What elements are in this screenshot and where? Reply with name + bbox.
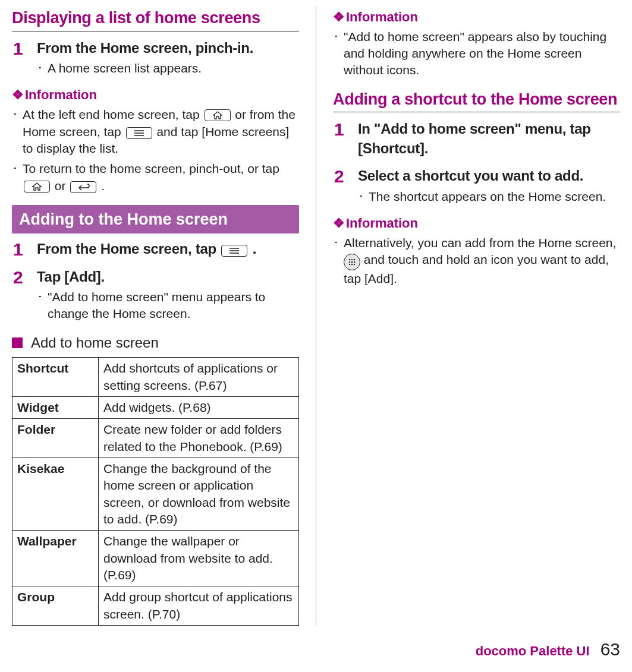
svg-point-6 — [349, 259, 350, 260]
info-item: ･ "Add to home screen" appears also by t… — [333, 29, 620, 79]
table-row: ShortcutAdd shortcuts of applications or… — [12, 358, 299, 397]
table-row: WallpaperChange the wallpaper or downloa… — [12, 531, 299, 586]
table-value: Change the background of the home screen… — [99, 458, 299, 530]
info-text: "Add to home screen" appears also by tou… — [344, 29, 620, 79]
information-heading: Information — [333, 214, 620, 232]
table-value: Add widgets. (P.68) — [99, 396, 299, 418]
sub-heading-add-to-home: Add to home screen — [12, 333, 299, 352]
step-bullet: ･ The shortcut appears on the Home scree… — [358, 188, 620, 205]
step-1-pinch-in: 1 From the Home screen, pinch-in. ･ A ho… — [12, 39, 299, 78]
info-item: ･ Alternatively, you can add from the Ho… — [333, 235, 620, 288]
info-text: To return to the home screen, pinch-out,… — [23, 162, 279, 175]
info-text: and touch and hold an icon you want to a… — [344, 253, 609, 285]
info-text: Alternatively, you can add from the Home… — [344, 236, 616, 250]
table-value: Create new folder or add folders related… — [99, 419, 299, 458]
bullet-dot-icon: ･ — [37, 289, 48, 323]
step-number: 1 — [334, 119, 358, 160]
step-bullet: ･ "Add to home screen" menu appears to c… — [37, 289, 299, 323]
table-key: Folder — [12, 419, 99, 458]
bullet-dot-icon: ･ — [333, 235, 344, 288]
info-item: ･ To return to the home screen, pinch-ou… — [12, 160, 299, 194]
svg-point-9 — [349, 261, 350, 263]
step-title: Select a shortcut you want to add. — [358, 166, 620, 185]
bullet-dot-icon: ･ — [37, 60, 48, 77]
left-column: Displaying a list of home screens 1 From… — [12, 6, 299, 626]
footer-page-number: 63 — [600, 638, 620, 662]
bullet-dot-icon: ･ — [358, 188, 369, 205]
svg-point-10 — [351, 261, 353, 263]
step-title: In "Add to home screen" menu, tap [Short… — [358, 119, 620, 158]
table-key: Group — [12, 586, 99, 626]
home-key-icon — [24, 181, 50, 193]
bullet-dot-icon: ･ — [12, 160, 23, 194]
back-key-icon — [70, 181, 96, 193]
home-key-icon — [205, 109, 231, 121]
info-text: At the left end home screen, tap — [23, 108, 203, 121]
information-heading: Information — [12, 86, 299, 104]
svg-point-12 — [349, 264, 350, 265]
square-bullet-icon — [12, 337, 23, 348]
step-1-tap-shortcut: 1 In "Add to home screen" menu, tap [Sho… — [333, 119, 620, 160]
step-number: 2 — [334, 166, 358, 206]
menu-key-icon — [126, 127, 152, 139]
info-item: ･ At the left end home screen, tap or fr… — [12, 106, 299, 157]
step-title: From the Home screen, tap . — [37, 239, 299, 258]
step-title: Tap [Add]. — [37, 267, 299, 286]
info-text: or — [55, 179, 70, 193]
add-to-home-table: ShortcutAdd shortcuts of applications or… — [12, 357, 299, 626]
table-row: FolderCreate new folder or add folders r… — [12, 419, 299, 458]
information-heading: Information — [333, 8, 620, 26]
menu-key-icon — [221, 245, 247, 257]
svg-point-13 — [351, 264, 353, 265]
step-2-select-shortcut: 2 Select a shortcut you want to add. ･ T… — [333, 166, 620, 206]
right-column: Information ･ "Add to home screen" appea… — [333, 6, 620, 626]
heading-displaying-list: Displaying a list of home screens — [12, 8, 299, 31]
step-1-tap-menu: 1 From the Home screen, tap . — [12, 239, 299, 261]
svg-point-11 — [354, 261, 355, 263]
table-value: Add group shortcut of applications scree… — [99, 586, 299, 626]
step-number: 2 — [13, 267, 37, 324]
table-row: GroupAdd group shortcut of applications … — [12, 586, 299, 626]
step-title: From the Home screen, pinch-in. — [37, 39, 299, 58]
column-divider — [316, 6, 316, 626]
table-key: Wallpaper — [12, 531, 99, 586]
info-text: . — [101, 179, 105, 193]
step-number: 1 — [13, 39, 37, 78]
apps-grid-icon — [344, 254, 360, 270]
page-footer: docomo Palette UI 63 — [12, 638, 620, 662]
step-2-tap-add: 2 Tap [Add]. ･ "Add to home screen" menu… — [12, 267, 299, 324]
table-key: Kisekae — [12, 458, 99, 530]
svg-point-8 — [354, 259, 355, 260]
table-row: WidgetAdd widgets. (P.68) — [12, 396, 299, 418]
table-row: KisekaeChange the background of the home… — [12, 458, 299, 530]
table-value: Add shortcuts of applications or setting… — [99, 358, 299, 397]
bullet-dot-icon: ･ — [333, 29, 344, 79]
svg-point-14 — [354, 264, 355, 265]
bullet-dot-icon: ･ — [12, 106, 23, 157]
step-bullet: ･ A home screen list appears. — [37, 60, 299, 77]
table-value: Change the wallpaper or download from we… — [99, 531, 299, 586]
table-key: Widget — [12, 396, 99, 418]
footer-section-title: docomo Palette UI — [476, 642, 590, 660]
heading-adding-shortcut: Adding a shortcut to the Home screen — [333, 90, 620, 113]
svg-point-7 — [351, 259, 353, 260]
step-number: 1 — [13, 239, 37, 261]
table-key: Shortcut — [12, 358, 99, 397]
section-header-adding: Adding to the Home screen — [12, 205, 299, 234]
